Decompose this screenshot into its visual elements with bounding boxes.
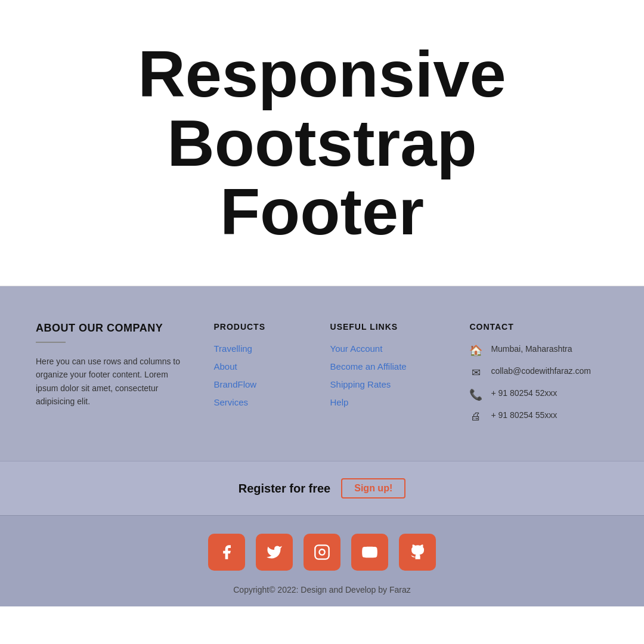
about-text: Here you can use rows and columns to org… bbox=[36, 355, 190, 408]
products-link-brandflow[interactable]: BrandFlow bbox=[213, 379, 256, 389]
email-icon: ✉ bbox=[469, 366, 482, 379]
twitter-icon[interactable] bbox=[256, 534, 293, 571]
list-item: About bbox=[213, 361, 306, 372]
register-label: Register for free bbox=[239, 482, 331, 496]
signup-button[interactable]: Sign up! bbox=[341, 478, 405, 499]
list-item: Travelling bbox=[213, 343, 306, 354]
useful-link-become-affiliate[interactable]: Become an Affiliate bbox=[330, 361, 407, 371]
youtube-icon[interactable] bbox=[351, 534, 388, 571]
products-link-services[interactable]: Services bbox=[213, 397, 248, 407]
github-icon[interactable] bbox=[399, 534, 436, 571]
about-title: ABOUT OUR COMPANY bbox=[36, 322, 190, 335]
useful-links-list: Your Account Become an Affiliate Shippin… bbox=[330, 343, 446, 408]
list-item: BrandFlow bbox=[213, 379, 306, 390]
footer-register-bar: Register for free Sign up! bbox=[0, 461, 644, 515]
list-item: Services bbox=[213, 397, 306, 408]
products-title: PRODUCTS bbox=[213, 322, 306, 332]
footer-contact-column: CONTACT 🏠 Mumbai, Maharashtra ✉ collab@c… bbox=[469, 322, 608, 431]
list-item: Your Account bbox=[330, 343, 446, 354]
footer: ABOUT OUR COMPANY Here you can use rows … bbox=[0, 286, 644, 606]
contact-address: Mumbai, Maharashtra bbox=[491, 343, 572, 355]
instagram-icon[interactable] bbox=[304, 534, 340, 571]
about-divider bbox=[36, 342, 66, 343]
contact-fax: + 91 80254 55xxx bbox=[491, 410, 557, 422]
footer-useful-links-column: USEFUL LINKS Your Account Become an Affi… bbox=[330, 322, 446, 431]
contact-phone: + 91 80254 52xxx bbox=[491, 388, 557, 400]
footer-main: ABOUT OUR COMPANY Here you can use rows … bbox=[0, 286, 644, 461]
contact-email-item: ✉ collab@codewithfaraz.com bbox=[469, 366, 608, 379]
footer-products-column: PRODUCTS Travelling About BrandFlow Serv… bbox=[213, 322, 306, 431]
contact-title: CONTACT bbox=[469, 322, 608, 332]
contact-fax-item: 🖨 + 91 80254 55xxx bbox=[469, 410, 608, 423]
footer-about-column: ABOUT OUR COMPANY Here you can use rows … bbox=[36, 322, 190, 431]
contact-phone-item: 📞 + 91 80254 52xxx bbox=[469, 388, 608, 401]
useful-link-your-account[interactable]: Your Account bbox=[330, 343, 383, 354]
hero-title: Responsive Bootstrap Footer bbox=[24, 39, 620, 246]
list-item: Shipping Rates bbox=[330, 379, 446, 390]
social-icons-group bbox=[208, 534, 436, 571]
footer-social-bar: Copyright© 2022: Design and Develop by F… bbox=[0, 515, 644, 606]
facebook-icon[interactable] bbox=[208, 534, 245, 571]
products-link-about[interactable]: About bbox=[213, 361, 237, 371]
useful-links-title: USEFUL LINKS bbox=[330, 322, 446, 332]
address-icon: 🏠 bbox=[469, 344, 482, 357]
copyright-text: Copyright© 2022: Design and Develop by F… bbox=[233, 585, 410, 595]
fax-icon: 🖨 bbox=[469, 410, 482, 423]
footer-grid: ABOUT OUR COMPANY Here you can use rows … bbox=[36, 322, 608, 431]
products-link-travelling[interactable]: Travelling bbox=[213, 343, 252, 354]
list-item: Become an Affiliate bbox=[330, 361, 446, 372]
contact-address-item: 🏠 Mumbai, Maharashtra bbox=[469, 343, 608, 357]
contact-email: collab@codewithfaraz.com bbox=[491, 366, 591, 377]
products-list: Travelling About BrandFlow Services bbox=[213, 343, 306, 408]
useful-link-help[interactable]: Help bbox=[330, 397, 349, 407]
svg-rect-0 bbox=[315, 545, 329, 559]
hero-section: Responsive Bootstrap Footer bbox=[0, 0, 644, 286]
phone-icon: 📞 bbox=[469, 388, 482, 401]
list-item: Help bbox=[330, 397, 446, 408]
useful-link-shipping-rates[interactable]: Shipping Rates bbox=[330, 379, 391, 389]
